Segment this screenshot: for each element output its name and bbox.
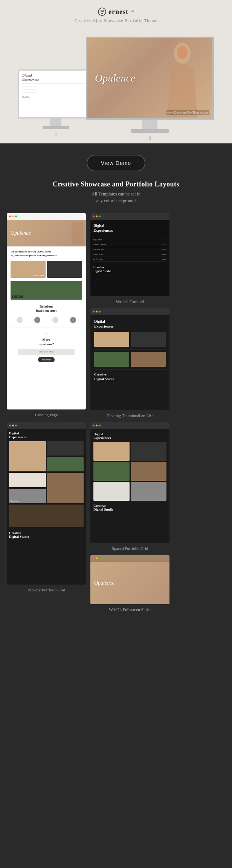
wg-dot-green	[99, 557, 101, 559]
ft-mock-header	[90, 308, 169, 315]
sg-img-4	[131, 462, 167, 481]
landing-mock-btn: Subscribe	[38, 357, 55, 362]
preview-floating-thumbnail: Digital Experiences	[90, 308, 169, 418]
ft-label: Floating Thumbnail on List	[107, 413, 153, 418]
vc-item-2-text: Sound Blaster	[93, 243, 106, 246]
pk-grid	[9, 441, 84, 471]
left-screen-content: DigitalExperiences ───────── ───────── ─…	[22, 74, 89, 98]
vc-mock-header	[90, 213, 169, 220]
sg-img-3	[93, 462, 130, 481]
vc-dot-red	[93, 215, 95, 217]
pk-grid-2: Paleo App	[9, 473, 84, 503]
vc-item-1-info: ───	[162, 239, 166, 241]
vc-item-1: Opulence ───	[93, 237, 166, 242]
right-screen-image: Opulence	[87, 38, 212, 118]
sg-img-1	[93, 442, 130, 461]
pk-wide-img	[9, 505, 84, 527]
dot-green	[15, 215, 17, 217]
sg-grid	[93, 442, 166, 501]
landing-divider-2	[11, 328, 82, 328]
vc-label: Vertical Carousel	[116, 299, 144, 304]
landing-heading-1: Relationsbased on trust	[11, 305, 82, 313]
sg-img-2	[131, 442, 167, 461]
pk-title: Digital Experiences	[9, 431, 84, 439]
logo-area: ernest ™	[98, 8, 134, 16]
header-section: ernest ™ Creative Ajax Showcase Portfoli…	[0, 0, 232, 143]
preview-spaced-grid: Digital Experiences Creative	[90, 422, 169, 551]
monitor-container: DigitalExperiences ───────── ───────── ─…	[0, 33, 232, 143]
wg-body: Opulence	[90, 562, 169, 604]
wg-mock-screen: Opulence	[90, 555, 169, 604]
preview-webgl-slider: Opulence WebGL Fullscreen Slider	[90, 555, 169, 612]
preview-packery-grid: Digital Experiences Paleo App	[7, 422, 86, 612]
right-column-stack: Digital Experiences Opulence ─── Sound B…	[90, 213, 169, 418]
ft-footer-title: Creative Digital Studio	[94, 372, 166, 381]
pk-img-short-2	[47, 457, 84, 471]
vc-item-5-text: Gold Mine	[93, 258, 103, 260]
right-screen-text: Opulence	[95, 72, 135, 84]
left-screen: DigitalExperiences ───────── ───────── ─…	[18, 69, 93, 119]
pk-body: Digital Experiences Paleo App	[7, 429, 86, 541]
sg-label: Spaced Portfolio Grid	[112, 546, 148, 551]
landing-trust-text: We are trusted by over 28,000 client28,0…	[11, 250, 82, 258]
view-demo-button[interactable]: View Demo	[87, 155, 145, 171]
ft-dot-yellow	[96, 311, 98, 312]
ft-image-grid-2	[94, 352, 166, 367]
vc-item-2: Sound Blaster ───	[93, 242, 166, 247]
landing-more-text: ...	[11, 331, 82, 335]
icon-dot-2	[34, 317, 40, 323]
ft-divider-2	[94, 369, 166, 369]
icon-dot-3	[52, 317, 58, 323]
landing-img-1: Sound Blaster	[11, 261, 46, 278]
vc-footer: Creative Digital Studio	[90, 263, 169, 276]
section-subtitle: All Templates can be set in any color ba…	[92, 191, 140, 204]
right-monitor-base	[131, 129, 169, 133]
vc-item-4-info: ───	[162, 253, 166, 255]
preview-vertical-carousel: Digital Experiences Opulence ─── Sound B…	[90, 213, 169, 304]
pk-dot-green	[15, 425, 17, 426]
left-monitor-stand	[50, 119, 61, 126]
right-column-2: Digital Experiences Creative	[90, 422, 169, 612]
ft-divider	[94, 349, 166, 349]
right-screen: Opulence www.DownloadNewThemes.com	[86, 37, 214, 120]
landing-image-row-1: Sound Blaster	[11, 261, 82, 278]
vc-dot-green	[99, 215, 101, 217]
section-title: Creative Showcase and Portfolio Layouts	[53, 180, 179, 188]
ft-img-2	[131, 332, 166, 347]
right-monitor-stand	[142, 120, 157, 129]
wg-label: WebGL Fullscreen Slider	[109, 607, 151, 612]
tagline: Creative Ajax Showcase Portfolio Theme	[75, 18, 157, 23]
left-apple-logo: 	[18, 129, 93, 140]
woman-silhouette	[160, 38, 205, 117]
wg-dot-red	[93, 557, 95, 559]
previews-row-2: Digital Experiences Paleo App	[7, 422, 225, 612]
pk-dot-red	[9, 425, 11, 426]
landing-mock-header	[7, 213, 86, 220]
landing-hero-text: Opulence	[11, 230, 31, 236]
landing-body: We are trusted by over 28,000 client28,0…	[7, 246, 86, 368]
vc-dot-yellow	[96, 215, 98, 217]
icon-dot-1	[17, 317, 23, 323]
previews-row-1: Opulence We are trusted by over 28,000 c…	[7, 213, 225, 418]
landing-input-mock: Enter your email	[18, 349, 75, 355]
ft-img-4	[131, 352, 166, 367]
logo-tm: ™	[131, 10, 134, 14]
pk-label: Packery Portfolio Grid	[27, 588, 65, 592]
dot-red	[9, 215, 11, 217]
left-monitor-base	[43, 126, 69, 129]
ft-dot-green	[99, 311, 101, 312]
logo-icon	[98, 8, 106, 16]
wg-dot-yellow	[96, 557, 98, 559]
right-apple-logo: 	[86, 133, 214, 143]
sg-mock-header	[90, 422, 169, 429]
vc-item-4: Paleo App ───	[93, 252, 166, 257]
vc-footer-title: Creative Digital Studio	[93, 266, 166, 274]
landing-heading-2: Morequestions?	[11, 338, 82, 346]
vc-mock-screen: Digital Experiences Opulence ─── Sound B…	[90, 213, 169, 296]
vc-title: Digital Experiences	[93, 223, 166, 233]
sg-body: Digital Experiences Creative	[90, 429, 169, 514]
dark-section: View Demo Creative Showcase and Portfoli…	[0, 143, 232, 623]
vc-list: Opulence ─── Sound Blaster ─── Fossil Ca…	[90, 236, 169, 263]
monitor-right: Opulence www.DownloadNewThemes.com 	[86, 37, 214, 143]
vc-item-1-text: Opulence	[93, 239, 102, 241]
